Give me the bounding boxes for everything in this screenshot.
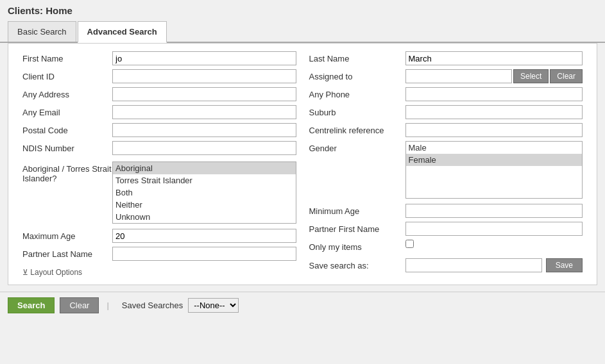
- only-my-items-row: Only my items: [309, 240, 583, 252]
- aboriginal-option-unknown[interactable]: Unknown: [113, 211, 296, 223]
- separator: |: [107, 301, 108, 310]
- last-name-label: Last Name: [309, 51, 405, 63]
- page-header: Clients: Home: [0, 0, 605, 21]
- gender-row: Gender Male Female: [309, 141, 583, 199]
- suburb-label: Suburb: [309, 105, 405, 117]
- save-search-row-inner: Save: [405, 258, 583, 272]
- gender-option-male[interactable]: Male: [406, 142, 583, 154]
- clear-assigned-button[interactable]: Clear: [550, 69, 583, 83]
- centrelink-input[interactable]: [405, 123, 583, 137]
- assigned-to-input-wrapper: Select Clear: [405, 69, 583, 83]
- form-grid: First Name Client ID Any Address: [16, 51, 589, 277]
- save-button[interactable]: Save: [546, 258, 583, 272]
- gender-label: Gender: [309, 141, 405, 153]
- centrelink-input-wrapper: [405, 123, 583, 137]
- tab-basic[interactable]: Basic Search: [8, 21, 76, 42]
- min-age-label: Minimum Age: [309, 204, 405, 216]
- layout-options-row: ⊻ Layout Options: [22, 267, 296, 277]
- aboriginal-listbox-wrapper: Aboriginal Torres Strait Islander Both N…: [112, 161, 296, 224]
- client-id-input[interactable]: [112, 69, 296, 83]
- search-button[interactable]: Search: [8, 297, 55, 313]
- gender-listbox-wrapper: Male Female: [405, 141, 583, 199]
- aboriginal-option-aboriginal[interactable]: Aboriginal: [113, 162, 296, 174]
- suburb-row: Suburb: [309, 105, 583, 119]
- assigned-to-input[interactable]: [405, 69, 512, 83]
- only-my-items-checkbox[interactable]: [405, 240, 414, 248]
- suburb-input-wrapper: [405, 105, 583, 119]
- layout-options-toggle[interactable]: ⊻ Layout Options: [22, 268, 82, 277]
- saved-searches-select[interactable]: --None--: [188, 298, 239, 313]
- bottom-bar: Search Clear | Saved Searches --None--: [0, 292, 605, 318]
- any-address-row: Any Address: [22, 87, 296, 101]
- max-age-row: Maximum Age: [22, 229, 296, 243]
- any-email-input[interactable]: [112, 105, 296, 119]
- any-phone-input[interactable]: [405, 87, 583, 101]
- gender-listbox[interactable]: Male Female: [405, 141, 583, 199]
- aboriginal-option-neither[interactable]: Neither: [113, 199, 296, 211]
- centrelink-label: Centrelink reference: [309, 123, 405, 135]
- first-name-label: First Name: [22, 51, 112, 63]
- aboriginal-row: Aboriginal / Torres Strait Islander? Abo…: [22, 161, 296, 224]
- postal-code-row: Postal Code: [22, 123, 296, 137]
- saved-searches-label: Saved Searches: [122, 301, 183, 310]
- postal-code-input[interactable]: [112, 123, 296, 137]
- aboriginal-listbox[interactable]: Aboriginal Torres Strait Islander Both N…: [112, 161, 296, 224]
- only-my-items-input-wrapper: [405, 240, 583, 248]
- postal-code-input-wrapper: [112, 123, 296, 137]
- last-name-row: Last Name: [309, 51, 583, 65]
- client-id-input-wrapper: [112, 69, 296, 83]
- save-search-label: Save search as:: [309, 258, 405, 270]
- first-name-input[interactable]: [112, 51, 296, 65]
- ndis-number-input[interactable]: [112, 141, 296, 155]
- any-phone-input-wrapper: [405, 87, 583, 101]
- partner-first-name-input[interactable]: [405, 222, 583, 236]
- clear-button[interactable]: Clear: [60, 297, 99, 313]
- page-wrapper: Clients: Home Basic Search Advanced Sear…: [0, 0, 605, 364]
- partner-first-name-input-wrapper: [405, 222, 583, 236]
- main-content: First Name Client ID Any Address: [8, 43, 597, 285]
- client-id-row: Client ID: [22, 69, 296, 83]
- client-id-label: Client ID: [22, 69, 112, 81]
- partner-last-name-row: Partner Last Name: [22, 247, 296, 261]
- partner-last-name-input-wrapper: [112, 247, 296, 261]
- any-email-row: Any Email: [22, 105, 296, 119]
- gender-option-female[interactable]: Female: [406, 154, 583, 166]
- ndis-number-input-wrapper: [112, 141, 296, 155]
- tab-advanced[interactable]: Advanced Search: [78, 21, 167, 43]
- centrelink-row: Centrelink reference: [309, 123, 583, 137]
- any-phone-row: Any Phone: [309, 87, 583, 101]
- only-my-items-label: Only my items: [309, 240, 405, 252]
- partner-last-name-label: Partner Last Name: [22, 247, 112, 259]
- save-search-input[interactable]: [405, 258, 542, 272]
- any-address-label: Any Address: [22, 87, 112, 99]
- aboriginal-option-torres[interactable]: Torres Strait Islander: [113, 174, 296, 186]
- left-column: First Name Client ID Any Address: [16, 51, 303, 277]
- save-search-row: Save search as: Save: [309, 258, 583, 272]
- aboriginal-option-both[interactable]: Both: [113, 186, 296, 199]
- postal-code-label: Postal Code: [22, 123, 112, 135]
- min-age-input[interactable]: [405, 204, 583, 218]
- any-email-input-wrapper: [112, 105, 296, 119]
- select-button[interactable]: Select: [513, 69, 549, 83]
- first-name-input-wrapper: [112, 51, 296, 65]
- only-my-items-checkbox-wrapper: [405, 240, 583, 248]
- last-name-input-wrapper: [405, 51, 583, 65]
- any-address-input-wrapper: [112, 87, 296, 101]
- assigned-to-row: Assigned to Select Clear: [309, 69, 583, 83]
- tabs-bar: Basic Search Advanced Search: [0, 21, 605, 43]
- partner-first-name-row: Partner First Name: [309, 222, 583, 236]
- assigned-to-label: Assigned to: [309, 69, 405, 81]
- assigned-to-controls: Select Clear: [405, 69, 583, 83]
- first-name-row: First Name: [22, 51, 296, 65]
- min-age-row: Minimum Age: [309, 204, 583, 218]
- max-age-input[interactable]: [112, 229, 296, 243]
- suburb-input[interactable]: [405, 105, 583, 119]
- max-age-label: Maximum Age: [22, 229, 112, 241]
- max-age-input-wrapper: [112, 229, 296, 243]
- right-column: Last Name Assigned to Select Clear: [303, 51, 590, 277]
- any-address-input[interactable]: [112, 87, 296, 101]
- any-email-label: Any Email: [22, 105, 112, 117]
- last-name-input[interactable]: [405, 51, 583, 65]
- partner-first-name-label: Partner First Name: [309, 222, 405, 234]
- partner-last-name-input[interactable]: [112, 247, 296, 261]
